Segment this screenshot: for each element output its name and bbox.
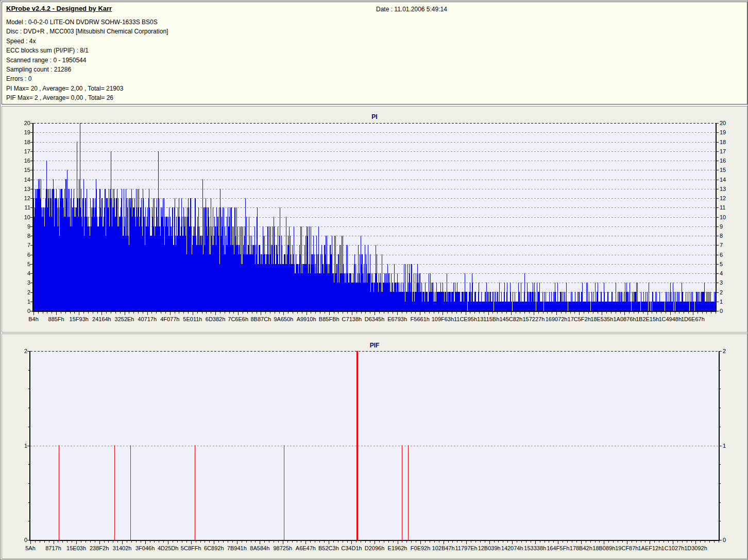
pif-chart-panel: PIF 0011225Ah8717h15E03h238F2h31402h3F04… bbox=[2, 334, 747, 559]
pif-y-tick-label: 0 bbox=[10, 537, 27, 543]
pi-y-tick-label-right: 15 bbox=[720, 167, 737, 173]
pif-y-tick-label-right: 2 bbox=[723, 348, 740, 354]
pif-y-tick-label-right: 1 bbox=[723, 443, 740, 449]
pi-y-tick-label: 5 bbox=[13, 261, 30, 267]
pi-y-tick-label-right: 4 bbox=[720, 271, 737, 276]
pi-y-tick-label: 20 bbox=[13, 120, 30, 126]
pi-y-tick-label: 18 bbox=[13, 139, 30, 145]
pi-y-tick-label: 9 bbox=[13, 224, 30, 230]
pi-y-tick-label-right: 10 bbox=[720, 215, 737, 220]
scan-info-line: Errors : 0 bbox=[6, 74, 168, 83]
scan-info-line: PIF Max= 2 , Average= 0,00 , Total= 26 bbox=[6, 93, 168, 102]
pi-y-tick-label-right: 18 bbox=[720, 139, 737, 145]
pif-y-tick-label: 1 bbox=[10, 443, 27, 449]
pi-y-tick-label-right: 2 bbox=[720, 290, 737, 295]
scan-date: Date : 11.01.2006 5:49:14 bbox=[376, 6, 447, 13]
scan-info-line: Speed : 4x bbox=[6, 37, 168, 46]
pi-y-tick-label: 0 bbox=[13, 308, 30, 314]
scan-info: Model : 0-0-2-0 LITE-ON DVDRW SOHW-1633S… bbox=[6, 18, 168, 103]
pi-y-tick-label: 8 bbox=[13, 233, 30, 239]
pi-y-tick-label-right: 13 bbox=[720, 186, 737, 192]
scan-info-line: Scanned range : 0 - 1950544 bbox=[6, 56, 168, 65]
pi-y-tick-label: 7 bbox=[13, 242, 30, 248]
pi-y-tick-label-right: 8 bbox=[720, 233, 737, 239]
pi-y-tick-label: 11 bbox=[13, 205, 30, 211]
pi-y-tick-label: 15 bbox=[13, 167, 30, 173]
pi-y-tick-label: 1 bbox=[13, 299, 30, 305]
pi-y-tick-label: 4 bbox=[13, 271, 30, 276]
scan-info-line: Sampling count : 21286 bbox=[6, 65, 168, 74]
pi-y-tick-label-right: 17 bbox=[720, 149, 737, 154]
pi-y-tick-label-right: 9 bbox=[720, 224, 737, 230]
pi-y-tick-label: 14 bbox=[13, 177, 30, 183]
scan-info-line: ECC blocks sum (PI/PIF) : 8/1 bbox=[6, 46, 168, 55]
pi-x-tick-label: 1D6E67h bbox=[676, 317, 709, 322]
pi-y-tick-label: 16 bbox=[13, 158, 30, 164]
pif-x-tick-label: 1D3092h bbox=[679, 546, 712, 551]
pif-y-tick-label-right: 0 bbox=[723, 537, 740, 543]
pi-y-tick-label-right: 11 bbox=[720, 205, 737, 211]
pi-y-tick-label-right: 6 bbox=[720, 252, 737, 258]
pi-y-tick-label-right: 20 bbox=[720, 120, 737, 126]
app-title: KProbe v2.4.2 - Designed by Karr bbox=[6, 5, 112, 12]
kprobe-window: KProbe v2.4.2 - Designed by Karr Date : … bbox=[0, 0, 748, 560]
pi-y-tick-label-right: 19 bbox=[720, 130, 737, 135]
pi-y-tick-label-right: 14 bbox=[720, 177, 737, 183]
pi-plot-canvas bbox=[29, 120, 720, 316]
pif-y-tick-label: 2 bbox=[10, 348, 27, 354]
pi-y-tick-label: 3 bbox=[13, 280, 30, 286]
pif-plot-canvas bbox=[26, 348, 723, 545]
pi-y-tick-label-right: 16 bbox=[720, 158, 737, 164]
header-panel: KProbe v2.4.2 - Designed by Karr Date : … bbox=[2, 2, 747, 104]
pi-y-tick-label-right: 12 bbox=[720, 196, 737, 201]
pi-y-tick-label: 6 bbox=[13, 252, 30, 258]
pi-y-tick-label-right: 3 bbox=[720, 280, 737, 286]
pi-y-tick-label: 19 bbox=[13, 130, 30, 135]
pi-chart-title: PI bbox=[2, 113, 747, 120]
pi-y-tick-label-right: 1 bbox=[720, 299, 737, 305]
pi-y-tick-label: 2 bbox=[13, 290, 30, 295]
pi-y-tick-label: 12 bbox=[13, 196, 30, 201]
pi-y-tick-label-right: 7 bbox=[720, 242, 737, 248]
pi-y-tick-label: 10 bbox=[13, 215, 30, 220]
pi-y-tick-label: 17 bbox=[13, 149, 30, 154]
pi-y-tick-label: 13 bbox=[13, 186, 30, 192]
pi-y-tick-label-right: 0 bbox=[720, 308, 737, 314]
scan-info-line: PI Max= 20 , Average= 2,00 , Total= 2190… bbox=[6, 84, 168, 93]
scan-info-line: Model : 0-0-2-0 LITE-ON DVDRW SOHW-1633S… bbox=[6, 18, 168, 27]
pi-y-tick-label-right: 5 bbox=[720, 261, 737, 267]
pi-chart-panel: PI 0011223344556677889910101111121213131… bbox=[2, 106, 747, 332]
scan-info-line: Disc : DVD+R , MCC003 [Mitsubishi Chemic… bbox=[6, 27, 168, 36]
